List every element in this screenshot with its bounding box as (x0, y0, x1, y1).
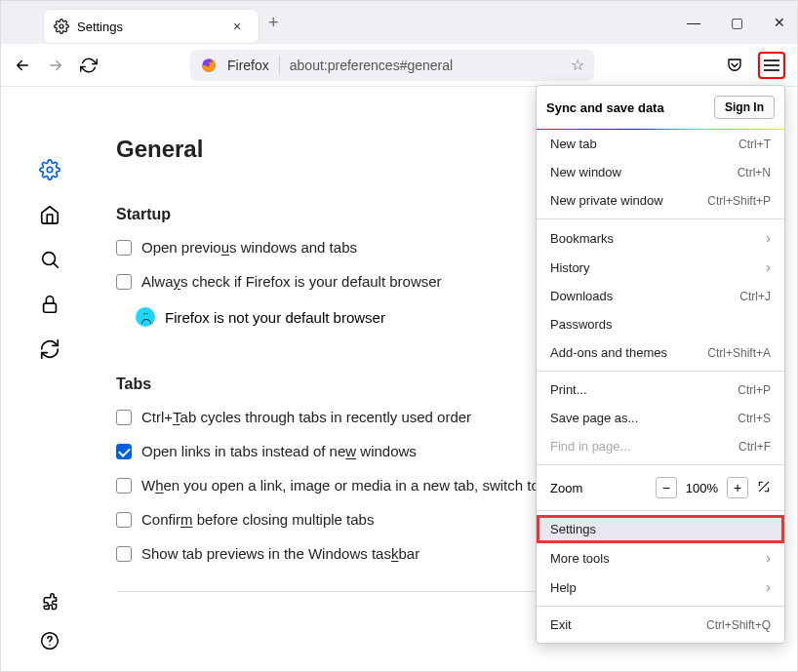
chevron-right-icon: › (766, 230, 771, 246)
window-controls: — ▢ ✕ (684, 1, 789, 44)
back-button[interactable] (13, 56, 32, 75)
sidebar-general-icon[interactable] (39, 159, 60, 180)
settings-sidebar (1, 87, 99, 671)
checkbox[interactable] (116, 240, 132, 256)
bookmark-star-icon[interactable]: ☆ (571, 56, 584, 74)
separator (537, 606, 784, 607)
chevron-right-icon: › (766, 579, 771, 595)
checkbox[interactable] (116, 274, 132, 290)
zoom-value: 100% (686, 481, 718, 495)
menu-print[interactable]: Print...Ctrl+P (537, 376, 784, 404)
pocket-icon[interactable] (725, 56, 744, 75)
svg-rect-4 (44, 303, 57, 312)
chevron-right-icon: › (766, 259, 771, 275)
label: Ctrl+Tab cycles through tabs in recently… (141, 409, 471, 425)
menu-history[interactable]: History› (537, 253, 784, 282)
sync-title: Sync and save data (546, 100, 664, 115)
separator (279, 57, 280, 74)
label: Show tab previews in the Windows taskbar (141, 545, 419, 562)
menu-addons[interactable]: Add-ons and themesCtrl+Shift+A (537, 338, 784, 367)
separator (537, 218, 784, 219)
menu-help[interactable]: Help› (537, 573, 784, 602)
url-text: about:preferences#general (290, 58, 561, 73)
menu-downloads[interactable]: DownloadsCtrl+J (537, 282, 784, 310)
firefox-icon (200, 57, 218, 74)
label: Open links in tabs instead of new window… (141, 443, 417, 459)
sidebar-extensions-icon[interactable] (39, 591, 60, 613)
url-bar[interactable]: Firefox about:preferences#general ☆ (190, 50, 594, 81)
sidebar-search-icon[interactable] (39, 249, 60, 270)
separator (537, 464, 784, 465)
menu-save-as[interactable]: Save page as...Ctrl+S (537, 404, 784, 432)
menu-find: Find in page...Ctrl+F (537, 432, 784, 460)
sad-face-icon (136, 307, 155, 327)
sidebar-privacy-icon[interactable] (39, 294, 60, 315)
close-window-button[interactable]: ✕ (770, 15, 789, 30)
separator (537, 510, 784, 511)
sidebar-help-icon[interactable] (39, 630, 60, 652)
new-tab-button[interactable]: + (268, 13, 279, 33)
reload-button[interactable] (79, 56, 99, 75)
checkbox[interactable] (116, 410, 132, 425)
minimize-button[interactable]: — (684, 15, 703, 30)
menu-more-tools[interactable]: More tools› (537, 543, 784, 573)
sidebar-home-icon[interactable] (39, 204, 60, 225)
sidebar-sync-icon[interactable] (39, 338, 60, 360)
menu-zoom: Zoom − 100% + (537, 469, 784, 506)
fullscreen-icon[interactable] (757, 480, 771, 496)
sign-in-button[interactable]: Sign In (714, 96, 775, 119)
zoom-in-button[interactable]: + (727, 477, 748, 498)
checkbox[interactable] (116, 512, 132, 528)
label: When you open a link, image or media in … (141, 477, 550, 494)
svg-point-2 (47, 167, 53, 173)
menu-sync-header: Sync and save data Sign In (537, 86, 784, 129)
menu-bookmarks[interactable]: Bookmarks› (537, 223, 784, 253)
not-default-text: Firefox is not your default browser (165, 309, 385, 326)
maximize-button[interactable]: ▢ (727, 15, 746, 30)
checkbox[interactable] (116, 546, 132, 562)
chevron-right-icon: › (766, 550, 771, 566)
zoom-out-button[interactable]: − (656, 477, 677, 498)
checkbox-checked[interactable] (116, 444, 132, 459)
menu-new-private[interactable]: New private windowCtrl+Shift+P (537, 186, 784, 215)
tab-title: Settings (77, 20, 225, 34)
app-menu: Sync and save data Sign In New tabCtrl+T… (536, 85, 785, 644)
toolbar: Firefox about:preferences#general ☆ (1, 44, 797, 87)
titlebar: Settings × + — ▢ ✕ (1, 1, 797, 44)
menu-new-window[interactable]: New windowCtrl+N (537, 158, 784, 186)
close-icon[interactable]: × (233, 19, 249, 34)
label: Confirm before closing multiple tabs (141, 511, 374, 528)
menu-new-tab[interactable]: New tabCtrl+T (537, 130, 784, 158)
menu-settings[interactable]: Settings (537, 515, 784, 543)
checkbox[interactable] (116, 478, 132, 494)
label: Open previous windows and tabs (141, 239, 357, 256)
url-context: Firefox (227, 58, 269, 73)
svg-point-0 (60, 24, 63, 28)
menu-passwords[interactable]: Passwords (537, 310, 784, 338)
label: Always check if Firefox is your default … (141, 273, 442, 290)
forward-button[interactable] (46, 56, 65, 75)
gear-icon (54, 19, 69, 34)
menu-exit[interactable]: ExitCtrl+Shift+Q (537, 611, 784, 639)
browser-tab[interactable]: Settings × (44, 10, 259, 43)
separator (537, 371, 784, 372)
app-menu-button[interactable] (758, 52, 785, 79)
